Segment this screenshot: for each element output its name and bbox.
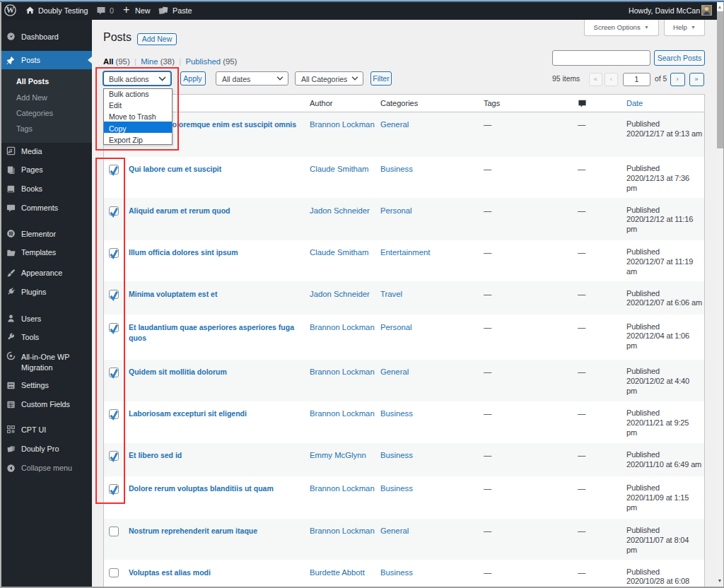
svg-text:W: W (6, 6, 15, 14)
